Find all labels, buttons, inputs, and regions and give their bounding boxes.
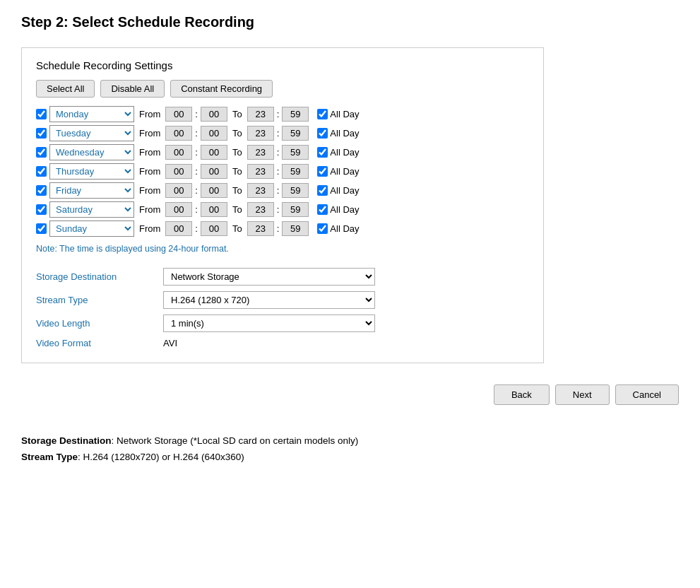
allday-label-3: All Day (330, 166, 359, 177)
from-label-5: From (139, 204, 160, 215)
to-hh-0[interactable] (247, 107, 274, 122)
row-checkbox-4[interactable] (36, 185, 47, 196)
from-label-3: From (139, 166, 160, 177)
from-label-2: From (139, 147, 160, 158)
allday-checkbox-0[interactable] (317, 109, 328, 119)
stream-footer-text: : H.264 (1280x720) or H.264 (640x360) (78, 452, 244, 462)
schedule-rows: Monday From : To : All Day Tuesday From … (36, 106, 529, 237)
row-day-select-3[interactable]: Thursday (49, 163, 134, 180)
time-format-note: Note: The time is displayed using 24-hou… (36, 244, 529, 254)
storage-destination-select[interactable]: Network Storage (163, 268, 375, 286)
allday-checkbox-5[interactable] (317, 204, 328, 215)
from-label-4: From (139, 185, 160, 196)
row-day-select-1[interactable]: Tuesday (49, 125, 134, 141)
to-mm-2[interactable] (282, 145, 309, 160)
settings-section: Storage Destination Network Storage Stre… (36, 268, 529, 348)
storage-footer-bold: Storage Destination (21, 435, 112, 446)
storage-footer-note: Storage Destination: Network Storage (*L… (21, 433, 679, 449)
constant-recording-button[interactable]: Constant Recording (170, 80, 273, 98)
allday-label-6: All Day (330, 223, 359, 234)
row-day-select-4[interactable]: Friday (49, 182, 134, 199)
row-checkbox-2[interactable] (36, 147, 47, 158)
next-button[interactable]: Next (555, 384, 610, 405)
to-mm-0[interactable] (282, 107, 309, 122)
to-hh-4[interactable] (247, 183, 274, 198)
from-hh-4[interactable] (165, 183, 192, 198)
to-hh-6[interactable] (247, 221, 274, 236)
schedule-row: Wednesday From : To : All Day (36, 144, 529, 160)
from-hh-5[interactable] (165, 202, 192, 217)
schedule-row: Thursday From : To : All Day (36, 163, 529, 180)
allday-checkbox-6[interactable] (317, 223, 328, 234)
row-checkbox-1[interactable] (36, 128, 47, 139)
panel-title: Schedule Recording Settings (36, 59, 529, 71)
to-label-6: To (232, 223, 242, 234)
allday-label-1: All Day (330, 128, 359, 139)
disable-all-button[interactable]: Disable All (100, 80, 165, 98)
row-checkbox-5[interactable] (36, 204, 47, 215)
to-label-2: To (232, 147, 242, 158)
allday-checkbox-2[interactable] (317, 147, 328, 158)
from-hh-0[interactable] (165, 107, 192, 122)
from-mm-3[interactable] (201, 164, 227, 179)
from-label-1: From (139, 128, 160, 139)
to-hh-5[interactable] (247, 202, 274, 217)
row-checkbox-0[interactable] (36, 109, 47, 119)
from-mm-6[interactable] (201, 221, 227, 236)
row-checkbox-3[interactable] (36, 166, 47, 177)
to-label-1: To (232, 128, 242, 139)
from-mm-4[interactable] (201, 183, 227, 198)
row-day-select-5[interactable]: Saturday (49, 201, 134, 218)
from-mm-2[interactable] (201, 145, 227, 160)
to-hh-3[interactable] (247, 164, 274, 179)
stream-footer-note: Stream Type: H.264 (1280x720) or H.264 (… (21, 449, 679, 466)
to-mm-6[interactable] (282, 221, 309, 236)
allday-label-5: All Day (330, 204, 359, 215)
from-label-0: From (139, 109, 160, 119)
select-all-button[interactable]: Select All (36, 80, 95, 98)
back-button[interactable]: Back (494, 384, 550, 405)
to-mm-4[interactable] (282, 183, 309, 198)
top-buttons-row: Select All Disable All Constant Recordin… (36, 80, 529, 98)
schedule-row: Sunday From : To : All Day (36, 220, 529, 237)
storage-footer-text: : Network Storage (*Local SD card on cer… (112, 435, 359, 446)
stream-footer-bold: Stream Type (21, 452, 78, 462)
stream-type-select[interactable]: H.264 (1280 x 720) (163, 291, 375, 309)
schedule-row: Friday From : To : All Day (36, 182, 529, 199)
from-label-6: From (139, 223, 160, 234)
to-label-4: To (232, 185, 242, 196)
video-length-label: Video Length (36, 318, 163, 329)
stream-type-label: Stream Type (36, 295, 163, 305)
to-mm-5[interactable] (282, 202, 309, 217)
from-hh-3[interactable] (165, 164, 192, 179)
allday-checkbox-3[interactable] (317, 166, 328, 177)
to-hh-2[interactable] (247, 145, 274, 160)
to-mm-3[interactable] (282, 164, 309, 179)
to-hh-1[interactable] (247, 126, 274, 141)
from-hh-6[interactable] (165, 221, 192, 236)
allday-checkbox-4[interactable] (317, 185, 328, 196)
from-mm-0[interactable] (201, 107, 227, 122)
video-format-label: Video Format (36, 338, 163, 348)
to-label-5: To (232, 204, 242, 215)
bottom-buttons-row: Back Next Cancel (21, 384, 679, 405)
video-length-select[interactable]: 1 min(s) (163, 314, 375, 332)
allday-checkbox-1[interactable] (317, 128, 328, 139)
from-mm-5[interactable] (201, 202, 227, 217)
from-hh-1[interactable] (165, 126, 192, 141)
row-day-select-6[interactable]: Sunday (49, 220, 134, 237)
from-hh-2[interactable] (165, 145, 192, 160)
cancel-button[interactable]: Cancel (615, 384, 679, 405)
footer-notes: Storage Destination: Network Storage (*L… (21, 433, 679, 466)
row-day-select-0[interactable]: Monday (49, 106, 134, 122)
from-mm-1[interactable] (201, 126, 227, 141)
to-label-0: To (232, 109, 242, 119)
schedule-row: Tuesday From : To : All Day (36, 125, 529, 141)
row-day-select-2[interactable]: Wednesday (49, 144, 134, 160)
schedule-panel: Schedule Recording Settings Select All D… (21, 47, 544, 363)
schedule-row: Monday From : To : All Day (36, 106, 529, 122)
to-label-3: To (232, 166, 242, 177)
allday-label-4: All Day (330, 185, 359, 196)
row-checkbox-6[interactable] (36, 223, 47, 234)
to-mm-1[interactable] (282, 126, 309, 141)
